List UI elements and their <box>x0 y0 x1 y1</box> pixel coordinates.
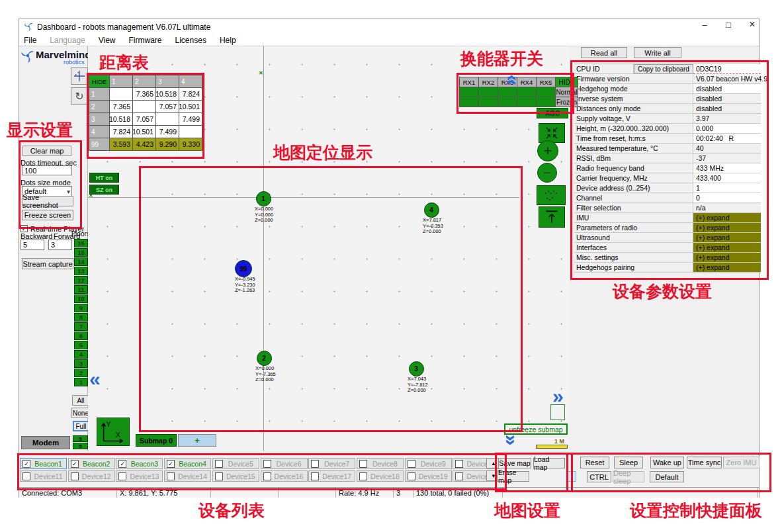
minimize-button[interactable]: – <box>696 20 713 32</box>
erase-map-button[interactable]: Erase map <box>498 471 529 482</box>
device-checkbox-device14[interactable] <box>167 472 175 480</box>
ctrl-focus-box[interactable] <box>566 471 576 482</box>
device-cell-device6[interactable]: Device6 <box>261 458 308 469</box>
sz-on-button[interactable]: SZ on <box>89 185 119 195</box>
save-map-button[interactable]: Save map <box>498 458 531 468</box>
floor-5[interactable]: 5 <box>74 341 88 349</box>
floors-all-button[interactable]: All <box>72 395 89 406</box>
menu-view[interactable]: View <box>95 34 120 46</box>
device-checkbox-beacon3[interactable]: ✓ <box>118 460 126 468</box>
unfreeze-submap-button[interactable]: unfreeze submap <box>504 423 568 435</box>
param-value-hedgehog-mode[interactable]: disabled <box>693 84 761 94</box>
device-cell-device18[interactable]: Device18 <box>357 470 404 482</box>
floors-full-button[interactable]: Full <box>73 421 89 431</box>
floor-16[interactable]: 16 <box>74 239 88 247</box>
rx-header-rx5[interactable]: RX5 <box>537 77 555 87</box>
rx-header-rx2[interactable]: RX2 <box>479 77 498 87</box>
default-button[interactable]: Default <box>650 471 684 482</box>
device-cell-device16[interactable]: Device16 <box>261 470 308 482</box>
device-checkbox-device18[interactable] <box>359 472 367 480</box>
add-submap-button[interactable]: + <box>178 434 216 447</box>
write-all-button[interactable]: Write all <box>634 47 681 58</box>
rx-frozen-cell-1[interactable] <box>460 97 478 107</box>
device-cell-device9[interactable]: Device9 <box>405 458 452 469</box>
floor-6[interactable]: 6 <box>74 332 88 340</box>
device-cell-beacon4[interactable]: ✓Beacon4 <box>164 458 211 469</box>
rx-frozen-cell-2[interactable] <box>479 97 498 107</box>
rotate-tool-button[interactable]: ↻ <box>71 87 88 105</box>
param-value-hedgehogs-pairing[interactable]: (+) expand <box>693 263 761 273</box>
forward-input[interactable] <box>48 240 72 250</box>
time-sync-button[interactable]: Time sync <box>687 457 722 468</box>
param-value-carrier-frequency-mhz[interactable]: 433.400 <box>693 173 761 183</box>
agc-button[interactable]: AGC <box>537 108 568 118</box>
rx-frozen-label[interactable]: Frozen <box>556 97 578 107</box>
wake-up-button[interactable]: Wake up <box>650 457 684 468</box>
beacon-3[interactable]: 3 <box>409 361 424 377</box>
axis-orientation-button[interactable]: Y X <box>97 418 130 446</box>
device-checkbox-device17[interactable] <box>311 472 319 480</box>
dots-timeout-input[interactable] <box>22 165 72 175</box>
stream-capture-button[interactable]: Stream capture <box>22 258 73 269</box>
device-cell-beacon1[interactable]: ✓Beacon1 <box>20 458 67 469</box>
scroll-map-down-icon[interactable]: » <box>503 435 520 446</box>
scroll-map-up-icon[interactable]: » <box>501 75 519 86</box>
device-checkbox-device15[interactable] <box>215 472 223 480</box>
param-value-height-m-320-000-320-000-[interactable]: 0.000 <box>693 124 761 134</box>
device-checkbox-device7[interactable] <box>311 460 319 468</box>
realtime-player-checkbox[interactable]: ✓ <box>21 225 28 232</box>
clear-map-button[interactable]: Clear map <box>22 146 71 156</box>
menu-firmware[interactable]: Firmware <box>125 34 166 46</box>
upload-map-button[interactable] <box>539 206 565 228</box>
device-checkbox-device11[interactable] <box>22 472 30 480</box>
rx-normal-cell-4[interactable] <box>517 87 536 97</box>
load-map-button[interactable]: Load map <box>533 458 565 468</box>
menu-help[interactable]: Help <box>216 34 240 46</box>
rx-normal-cell-3[interactable] <box>498 87 517 97</box>
device-cell-device14[interactable]: Device14 <box>164 470 211 482</box>
reset-button[interactable]: Reset <box>580 457 609 468</box>
param-value-device-address-0-254-[interactable]: 1 <box>693 183 761 193</box>
crosshair-tool-button[interactable] <box>71 67 88 85</box>
read-all-button[interactable]: Read all <box>581 47 627 58</box>
save-screenshot-button[interactable]: Save screenshot <box>22 196 73 206</box>
fit-to-screen-button[interactable] <box>539 123 565 143</box>
floor-12[interactable]: 12 <box>74 276 88 285</box>
hedgehog-99[interactable]: 99 <box>235 260 252 277</box>
rx-hide-button[interactable]: HIDE <box>556 77 578 87</box>
backward-input[interactable] <box>21 240 44 250</box>
device-cell-device15[interactable]: Device15 <box>212 470 259 482</box>
zoom-in-button[interactable]: + <box>537 140 558 161</box>
device-checkbox-device12[interactable] <box>71 472 79 480</box>
param-value-misc-settings[interactable]: (+) expand <box>693 253 761 263</box>
device-checkbox-device9[interactable] <box>408 460 415 468</box>
rx-normal-label[interactable]: Normal <box>556 87 578 97</box>
device-checkbox-device6[interactable] <box>263 460 271 468</box>
submap-button[interactable]: Submap 0 <box>136 434 177 447</box>
param-value-channel[interactable]: 0 <box>693 193 761 203</box>
ht-on-button[interactable]: HT on <box>89 173 119 183</box>
device-cell-device13[interactable]: Device13 <box>116 470 163 482</box>
menu-language[interactable]: Language <box>46 34 89 46</box>
floor-14[interactable]: 14 <box>74 257 88 266</box>
device-cell-beacon3[interactable]: ✓Beacon3 <box>116 458 163 469</box>
device-checkbox-device10[interactable] <box>455 460 463 468</box>
device-checkbox-device8[interactable] <box>359 460 367 468</box>
floor-8[interactable]: 8 <box>74 313 88 322</box>
floor-15[interactable]: 15 <box>74 248 88 257</box>
device-checkbox-beacon2[interactable]: ✓ <box>71 460 79 468</box>
rx-normal-cell-1[interactable] <box>460 87 478 97</box>
copy-to-clipboard-button[interactable]: Copy to clipboard <box>634 64 693 74</box>
distance-table-hide-button[interactable]: HIDE <box>89 75 109 87</box>
floor-1[interactable]: 1 <box>74 378 88 386</box>
floor-11[interactable]: 11 <box>74 285 88 294</box>
rx-header-rx1[interactable]: RX1 <box>460 77 478 87</box>
floor-10[interactable]: 10 <box>74 294 88 303</box>
device-checkbox-beacon1[interactable]: ✓ <box>22 460 30 468</box>
close-button[interactable]: × <box>744 19 761 32</box>
device-checkbox-device5[interactable] <box>215 460 223 468</box>
device-checkbox-device20[interactable] <box>455 472 463 480</box>
rx-frozen-cell-4[interactable] <box>517 97 536 107</box>
sleep-button[interactable]: Sleep <box>614 457 643 468</box>
device-cell-beacon2[interactable]: ✓Beacon2 <box>68 458 115 469</box>
